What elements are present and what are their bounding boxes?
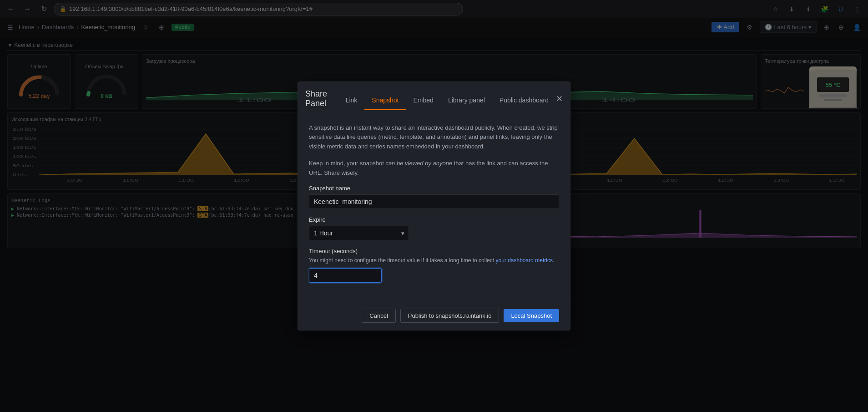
local-snapshot-button[interactable]: Local Snapshot [504, 309, 559, 322]
tab-snapshot[interactable]: Snapshot [364, 93, 406, 110]
publish-button[interactable]: Publish to snapshots.raintank.io [400, 309, 500, 323]
share-panel-modal: Share Panel Link Snapshot Embed Library … [298, 81, 570, 331]
expire-select-wrapper: 1 Hour 1 Day 1 Week Never ▾ [309, 226, 409, 240]
timeout-input[interactable] [309, 268, 382, 283]
modal-footer: Cancel Publish to snapshots.raintank.io … [298, 301, 570, 330]
timeout-desc-link[interactable]: your dashboard metrics. [495, 257, 554, 264]
modal-tabs: Link Snapshot Embed Library panel Public… [338, 93, 556, 110]
tab-embed[interactable]: Embed [406, 93, 441, 110]
modal-body: A snapshot is an instant way to share an… [298, 114, 570, 301]
tab-library-panel[interactable]: Library panel [441, 93, 492, 110]
cancel-button[interactable]: Cancel [362, 309, 395, 323]
timeout-section: Timeout (seconds) You might need to conf… [309, 248, 559, 283]
expire-group: Expire 1 Hour 1 Day 1 Week Never ▾ [309, 216, 559, 240]
snapshot-name-input[interactable] [309, 194, 559, 209]
timeout-description: You might need to configure the timeout … [309, 256, 559, 264]
tab-link[interactable]: Link [338, 93, 365, 110]
expire-label: Expire [309, 216, 559, 223]
modal-description-2: Keep in mind, your snapshot can be viewe… [309, 159, 559, 178]
modal-overlay[interactable]: Share Panel Link Snapshot Embed Library … [0, 0, 868, 412]
modal-header: Share Panel Link Snapshot Embed Library … [298, 82, 570, 114]
timeout-label: Timeout (seconds) [309, 248, 559, 254]
modal-close-button[interactable]: ✕ [556, 96, 563, 107]
snapshot-name-group: Snapshot name [309, 185, 559, 209]
modal-description-1: A snapshot is an instant way to share an… [309, 123, 559, 152]
snapshot-name-label: Snapshot name [309, 185, 559, 192]
expire-select[interactable]: 1 Hour 1 Day 1 Week Never [309, 226, 409, 240]
tab-public-dashboard[interactable]: Public dashboard [492, 93, 556, 110]
modal-title: Share Panel [305, 89, 328, 114]
